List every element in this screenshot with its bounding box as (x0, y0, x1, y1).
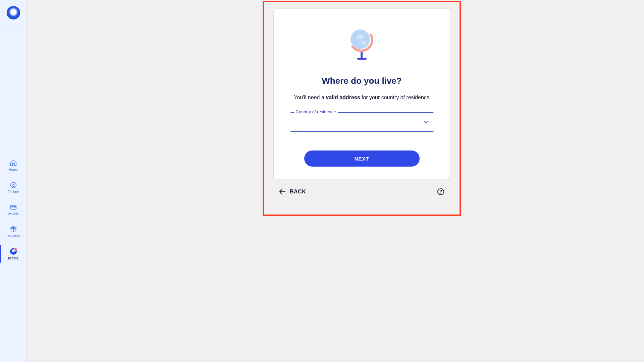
logo-area (0, 0, 26, 25)
sidebar-item-explore[interactable]: Explore (0, 176, 26, 198)
sidebar-item-home[interactable]: Home (0, 154, 26, 176)
svg-point-6 (440, 193, 441, 193)
help-button[interactable] (437, 188, 444, 195)
sidebar-item-wallets[interactable]: Wallets (0, 198, 26, 221)
country-select-wrap: Country of residence (290, 112, 434, 132)
help-circle-icon (437, 188, 444, 195)
home-icon (10, 159, 17, 167)
explore-icon (10, 181, 17, 189)
card-subtitle: You'll need a valid address for your cou… (294, 94, 430, 102)
sidebar-item-label: Explore (8, 190, 19, 194)
sidebar-item-label: Wallets (8, 212, 18, 216)
sidebar-item-label: Rewards (7, 234, 20, 238)
onboarding-step-highlight: Where do you live? You'll need a valid a… (263, 1, 461, 216)
sidebar-item-rewards[interactable]: Rewards (0, 221, 26, 243)
card-footer: BACK (274, 188, 450, 195)
svg-point-0 (10, 182, 16, 188)
sidebar-item-label: Home (9, 168, 18, 172)
back-button-label: BACK (290, 189, 306, 195)
gift-icon (10, 226, 17, 233)
next-button[interactable]: NEXT (304, 150, 420, 167)
country-select-label: Country of residence (294, 109, 338, 114)
sidebar-item-profile[interactable]: Profile (0, 243, 26, 265)
back-button[interactable]: BACK (279, 189, 306, 195)
arrow-left-icon (279, 189, 286, 195)
main-content: Where do you live? You'll need a valid a… (27, 0, 644, 362)
sidebar-item-label: Profile (8, 256, 18, 260)
country-select[interactable] (290, 112, 434, 132)
svg-point-2 (14, 207, 15, 208)
card-title: Where do you live? (322, 76, 401, 86)
globe-icon (348, 29, 375, 60)
app-logo-icon[interactable] (7, 6, 20, 19)
residence-card: Where do you live? You'll need a valid a… (274, 9, 450, 179)
profile-icon (10, 248, 17, 255)
sidebar: Home Explore Wallets Rewards Profile (0, 0, 27, 362)
wallet-icon (10, 203, 17, 211)
